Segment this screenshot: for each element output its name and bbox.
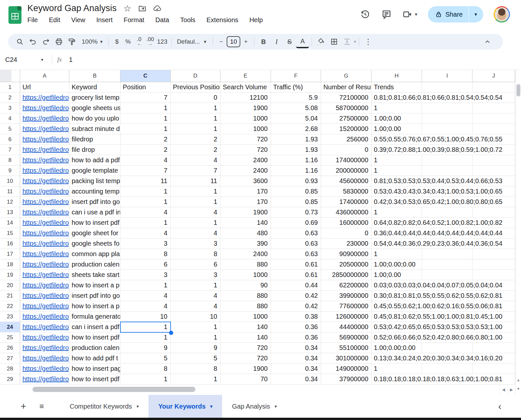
cell-G20[interactable]: 62200000 [321, 280, 372, 291]
number-format-button[interactable]: 123 [156, 35, 169, 48]
bold-button[interactable]: B [257, 35, 270, 48]
col-header-A[interactable]: A [20, 70, 69, 82]
document-title[interactable]: Keyword Gap Analysis [27, 3, 117, 13]
row-header-27[interactable]: 27 [0, 353, 20, 364]
cell-A19[interactable]: https://getfiledrop [20, 270, 69, 280]
cell-H12[interactable]: 0.42;0.34;0.53;0.65;0.42;1.00;0.80;0.80;… [372, 197, 515, 207]
row-header-7[interactable]: 7 [0, 145, 20, 155]
cell-C3[interactable]: 1 [120, 103, 171, 113]
cell-E21[interactable]: 880 [220, 291, 271, 301]
cell-A14[interactable]: https://getfiledrop [20, 218, 69, 228]
cell-F7[interactable]: 1.93 [271, 145, 321, 155]
font-size-input[interactable]: 10 [227, 36, 240, 47]
cell-D24[interactable]: 1 [171, 322, 220, 332]
row-header-22[interactable]: 22 [0, 301, 20, 311]
cell-C26[interactable]: 9 [120, 343, 171, 353]
print-icon[interactable] [52, 35, 65, 48]
url-link[interactable]: https://getfiledrop [22, 282, 69, 289]
cell-F21[interactable]: 0.42 [271, 291, 321, 301]
cell-B6[interactable]: filedrop [69, 134, 120, 145]
row-header-8[interactable]: 8 [0, 155, 20, 166]
cell-F23[interactable]: 0.38 [271, 311, 321, 322]
cell-E4[interactable]: 1000 [220, 113, 271, 124]
cell-A25[interactable]: https://getfiledrop [20, 332, 69, 343]
cell-F26[interactable]: 0.34 [271, 343, 321, 353]
col-header-D[interactable]: D [171, 70, 220, 82]
paint-format-icon[interactable] [65, 35, 78, 48]
sheet-tab-menu-arrow[interactable]: ▾ [210, 404, 212, 409]
cell-C9[interactable]: 7 [120, 166, 171, 176]
cell-E25[interactable]: 140 [220, 332, 271, 343]
row-header-5[interactable]: 5 [0, 124, 20, 134]
cell-E22[interactable]: 880 [220, 301, 271, 311]
cell-D1[interactable]: Previous Position [171, 82, 220, 93]
cell-C18[interactable]: 6 [120, 259, 171, 270]
sheet-tab-gap-analysis[interactable]: Gap Analysis▾ [222, 395, 287, 418]
cell-A4[interactable]: https://getfiledrop [20, 113, 69, 124]
url-link[interactable]: https://getfiledrop [22, 261, 69, 268]
menu-insert[interactable]: Insert [96, 16, 113, 24]
cell-A8[interactable]: https://getfiledrop [20, 155, 69, 166]
row-header-21[interactable]: 21 [0, 291, 20, 301]
row-header-14[interactable]: 14 [0, 218, 20, 228]
row-header-25[interactable]: 25 [0, 332, 20, 343]
cell-A11[interactable]: https://getfiledrop [20, 186, 69, 197]
cell-F15[interactable]: 0.63 [271, 228, 321, 239]
cell-C22[interactable]: 4 [120, 301, 171, 311]
url-link[interactable]: https://getfiledrop [22, 188, 69, 195]
cell-C6[interactable]: 2 [120, 134, 171, 145]
cell-G21[interactable]: 39900000 [321, 291, 372, 301]
cell-C13[interactable]: 4 [120, 207, 171, 218]
name-box[interactable]: C24 [0, 56, 39, 64]
menu-extensions[interactable]: Extensions [206, 16, 238, 24]
row-header-23[interactable]: 23 [0, 311, 20, 322]
url-link[interactable]: https://getfiledrop [22, 375, 69, 383]
cell-G26[interactable]: 55100000 [321, 343, 372, 353]
cell-G17[interactable]: 90900000 [321, 249, 372, 259]
cell-B2[interactable]: grocery list temp [69, 93, 120, 103]
cell-H21[interactable]: 0.30;0.81;0.81;0.55;0.55;0.62;0.55;0.62;… [372, 291, 515, 301]
cell-H26[interactable]: 1.00;0.00;0.00 [372, 343, 515, 353]
formula-input[interactable]: 1 [69, 56, 73, 64]
cell-F2[interactable]: 5.9 [271, 93, 321, 103]
menu-format[interactable]: Format [124, 16, 144, 24]
sheet-tab-your-keywords[interactable]: Your Keywords▾ [148, 395, 222, 418]
share-button[interactable]: Share ▾ [428, 6, 483, 22]
cell-A13[interactable]: https://getfiledrop [20, 207, 69, 218]
cell-E11[interactable]: 170 [220, 186, 271, 197]
cell-C19[interactable]: 3 [120, 270, 171, 280]
cell-D29[interactable]: 1 [171, 374, 220, 384]
collapse-side-panel-icon[interactable]: ‹ [498, 395, 501, 418]
cell-G25[interactable]: 56900000 [321, 332, 372, 343]
sheet-tab-menu-arrow[interactable]: ▾ [275, 404, 277, 409]
cell-G12[interactable]: 17400000 [321, 197, 372, 207]
cell-E9[interactable]: 2400 [220, 166, 271, 176]
cell-B17[interactable]: common app pla [69, 249, 120, 259]
url-link[interactable]: https://getfiledrop [22, 271, 69, 278]
cell-H27[interactable]: 0.13;0.34;0.24;0.20;0.30;0.34;0.34;0.16;… [372, 353, 515, 364]
cell-G4[interactable]: 27500000 [321, 113, 372, 124]
cell-C16[interactable]: 3 [120, 239, 171, 249]
cell-H17[interactable]: 1 [372, 249, 515, 259]
increase-font-size-button[interactable]: + [240, 35, 251, 48]
cell-G19[interactable]: 2850000000 [321, 270, 372, 280]
cell-F25[interactable]: 0.36 [271, 332, 321, 343]
cell-H7[interactable]: 0.39;0.72;0.88;1.00;0.39;0.88;0.59;1.00;… [372, 145, 515, 155]
select-all-corner[interactable] [0, 70, 20, 82]
cell-C12[interactable]: 1 [120, 197, 171, 207]
cell-F3[interactable]: 5.08 [271, 103, 321, 113]
cell-B20[interactable]: how to insert a p [69, 280, 120, 291]
cell-G14[interactable]: 16000000 [321, 218, 372, 228]
cell-F17[interactable]: 0.63 [271, 249, 321, 259]
cell-G23[interactable]: 126000000 [321, 311, 372, 322]
cell-B23[interactable]: formula generato [69, 311, 120, 322]
cell-B12[interactable]: insert pdf into go [69, 197, 120, 207]
share-dropdown-arrow[interactable]: ▾ [470, 11, 481, 17]
cell-A7[interactable]: https://getfiledrop [20, 145, 69, 155]
fill-color-button[interactable] [315, 35, 328, 48]
name-box-dropdown-arrow[interactable]: ▾ [41, 57, 43, 62]
cell-F18[interactable]: 0.61 [271, 259, 321, 270]
cell-A2[interactable]: https://getfiledrop [20, 93, 69, 103]
cell-B18[interactable]: production calen [69, 259, 120, 270]
cell-E26[interactable]: 720 [220, 343, 271, 353]
